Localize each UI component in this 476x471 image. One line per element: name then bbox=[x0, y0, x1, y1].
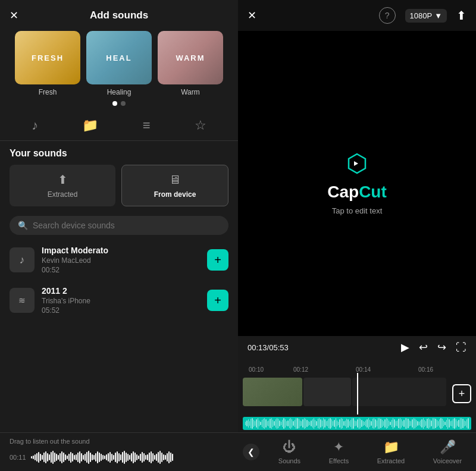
waveform-time: 00:11 bbox=[10, 454, 26, 461]
right-header: ✕ ? 1080P ▼ ⬆ bbox=[238, 0, 476, 31]
sound-thumb-2: ≋ bbox=[10, 288, 35, 313]
waveform-hint: Drag to listen out the sound bbox=[10, 438, 228, 445]
sound-card-healing[interactable]: HEAL Healing bbox=[86, 31, 152, 96]
video-thumb-2 bbox=[303, 378, 351, 406]
timeline-buttons: ▶ ↩ ↪ ⛶ bbox=[401, 341, 466, 354]
ruler-00-12: 00:12 bbox=[293, 366, 308, 373]
sounds-icon: ⏻ bbox=[283, 439, 296, 455]
your-sounds-cards: ⬆ Extracted 🖥 From device bbox=[10, 165, 228, 206]
healing-label: Healing bbox=[107, 88, 131, 96]
tab-favorites[interactable]: ☆ bbox=[190, 115, 211, 136]
ruler-00-10: 00:10 bbox=[249, 366, 264, 373]
back-arrow-icon: ❮ bbox=[243, 444, 259, 460]
sound-card-fresh[interactable]: FRESH Fresh bbox=[15, 31, 80, 96]
bottom-nav: ❮ ⏻ Sounds ✦ Effects 📁 Extracted 🎤 Voice… bbox=[238, 432, 476, 471]
sound-info-2: 2011 2 Trisha's iPhone 05:52 bbox=[42, 286, 200, 315]
ruler-00-14: 00:14 bbox=[356, 366, 371, 373]
quality-button[interactable]: 1080P ▼ bbox=[405, 9, 447, 23]
timeline-tracks: + bbox=[238, 373, 476, 415]
add-sound-2-button[interactable]: + bbox=[207, 290, 228, 311]
timeline-area: 00:13/05:53 ▶ ↩ ↪ ⛶ 00:10 00:12 00:14 00… bbox=[238, 336, 476, 432]
capcut-logo-text: CapCut bbox=[327, 183, 387, 202]
waveform-row: 00:11 bbox=[10, 448, 228, 466]
add-sound-1-button[interactable]: + bbox=[207, 249, 228, 271]
extracted-card[interactable]: ⬆ Extracted bbox=[10, 165, 115, 206]
nav-item-voiceover[interactable]: 🎤 Voiceover bbox=[433, 439, 462, 464]
play-button[interactable]: ▶ bbox=[401, 341, 409, 354]
extracted-nav-icon: 📁 bbox=[383, 439, 399, 455]
add-track-button[interactable]: + bbox=[452, 384, 471, 403]
help-button[interactable]: ? bbox=[379, 7, 396, 24]
sound-item-2011-2: ≋ 2011 2 Trisha's iPhone 05:52 + bbox=[10, 280, 228, 321]
fresh-label: Fresh bbox=[39, 88, 57, 96]
waveform-visual[interactable] bbox=[31, 448, 228, 466]
waveform-bottom: Drag to listen out the sound 00:11 bbox=[0, 432, 238, 471]
track-playhead bbox=[357, 373, 358, 415]
sound-name-2: 2011 2 bbox=[42, 286, 200, 296]
bottom-nav-items: ⏻ Sounds ✦ Effects 📁 Extracted 🎤 Voiceov… bbox=[264, 433, 476, 471]
extracted-card-label: Extracted bbox=[48, 190, 78, 199]
export-button[interactable]: ⬆ bbox=[456, 8, 466, 23]
tab-tiktok[interactable]: ♪ bbox=[27, 115, 43, 136]
search-icon: 🔍 bbox=[18, 221, 28, 230]
pagination-dots bbox=[0, 96, 238, 111]
ruler-00-16: 00:16 bbox=[418, 366, 433, 373]
voiceover-nav-label: Voiceover bbox=[433, 457, 462, 464]
nav-item-extracted[interactable]: 📁 Extracted bbox=[377, 439, 405, 464]
capcut-logo-icon bbox=[345, 152, 369, 175]
nav-item-effects[interactable]: ✦ Effects bbox=[329, 439, 349, 464]
audio-wave-inner bbox=[243, 417, 471, 430]
bars-icon: ≋ bbox=[18, 296, 26, 305]
sound-thumb-1: ♪ bbox=[10, 247, 35, 272]
sound-artist-2: Trisha's iPhone bbox=[42, 297, 200, 305]
effects-nav-label: Effects bbox=[329, 457, 349, 464]
extracted-nav-label: Extracted bbox=[377, 457, 405, 464]
left-panel-title: Add sounds bbox=[90, 10, 148, 21]
fresh-card-bg: FRESH bbox=[15, 31, 80, 84]
audio-track bbox=[238, 415, 476, 432]
video-thumb-1 bbox=[243, 378, 302, 406]
search-input[interactable] bbox=[33, 221, 220, 230]
voiceover-icon: 🎤 bbox=[440, 439, 456, 455]
your-sounds-title: Your sounds bbox=[10, 148, 228, 159]
sound-nav-tabs: ♪ 📁 ≡ ☆ bbox=[0, 111, 238, 141]
search-bar[interactable]: 🔍 bbox=[10, 216, 228, 235]
right-header-actions: ? 1080P ▼ ⬆ bbox=[379, 7, 466, 24]
device-icon: 🖥 bbox=[169, 173, 181, 187]
right-close-button[interactable]: ✕ bbox=[248, 9, 256, 22]
undo-button[interactable]: ↩ bbox=[419, 341, 428, 354]
from-device-label: From device bbox=[154, 190, 196, 199]
sounds-nav-label: Sounds bbox=[278, 457, 300, 464]
quality-arrow-icon: ▼ bbox=[434, 11, 442, 20]
left-close-button[interactable]: ✕ bbox=[10, 9, 18, 22]
video-track bbox=[243, 378, 446, 406]
right-panel: ✕ ? 1080P ▼ ⬆ CapCut Tap to edit text 00… bbox=[238, 0, 476, 471]
ruler-marks: 00:10 00:12 00:14 00:16 bbox=[243, 359, 471, 373]
sound-card-warm[interactable]: WARM Warm bbox=[158, 31, 223, 96]
music-note-icon: ♪ bbox=[20, 254, 25, 266]
quality-label: 1080P bbox=[410, 11, 433, 20]
tab-list[interactable]: ≡ bbox=[138, 115, 155, 136]
sound-cards-row: FRESH Fresh HEAL Healing WARM Warm bbox=[10, 31, 228, 96]
back-button[interactable]: ❮ bbox=[238, 433, 264, 471]
from-device-card[interactable]: 🖥 From device bbox=[121, 165, 228, 206]
nav-item-sounds[interactable]: ⏻ Sounds bbox=[278, 439, 300, 464]
warm-label: Warm bbox=[181, 88, 200, 96]
timeline-ruler: 00:10 00:12 00:14 00:16 bbox=[238, 359, 476, 373]
sound-item-impact-moderato: ♪ Impact Moderato Kevin MacLeod 00:52 + bbox=[10, 240, 228, 280]
healing-card-bg: HEAL bbox=[86, 31, 152, 84]
capcut-tagline[interactable]: Tap to edit text bbox=[332, 206, 383, 215]
video-thumb-dark bbox=[352, 378, 446, 406]
dot-2 bbox=[121, 101, 126, 106]
sound-name-1: Impact Moderato bbox=[42, 246, 200, 255]
effects-icon: ✦ bbox=[333, 439, 344, 455]
sound-duration-1: 00:52 bbox=[42, 266, 200, 274]
fullscreen-button[interactable]: ⛶ bbox=[456, 341, 466, 354]
your-sounds-section: Your sounds ⬆ Extracted 🖥 From device bbox=[0, 141, 238, 211]
redo-button[interactable]: ↪ bbox=[437, 341, 446, 354]
sound-cards-wrapper: FRESH Fresh HEAL Healing WARM Warm bbox=[0, 31, 238, 96]
extracted-icon: ⬆ bbox=[58, 172, 68, 187]
sound-list: ♪ Impact Moderato Kevin MacLeod 00:52 + … bbox=[0, 240, 238, 432]
preview-area: CapCut Tap to edit text bbox=[238, 31, 476, 336]
tab-folder[interactable]: 📁 bbox=[77, 115, 103, 136]
